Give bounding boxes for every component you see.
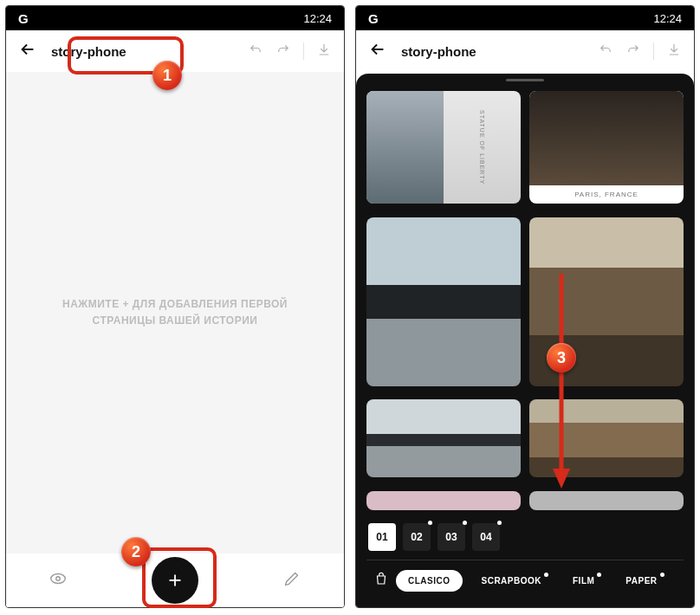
- annotation-badge-2: 2: [121, 537, 151, 566]
- template-grid[interactable]: STATUE OF LIBERTY PARIS, FRANCE: [366, 91, 684, 515]
- project-title[interactable]: story-phone: [51, 44, 234, 59]
- store-icon[interactable]: [373, 571, 389, 590]
- card-caption: PARIS, FRANCE: [529, 185, 684, 204]
- empty-hint: НАЖМИТЕ + ДЛЯ ДОБАВЛЕНИЯ ПЕРВОЙ СТРАНИЦЫ…: [62, 296, 288, 329]
- category-tab[interactable]: PAPER: [613, 570, 669, 592]
- category-tab[interactable]: JO: [677, 570, 684, 592]
- svg-point-0: [50, 574, 65, 584]
- annotation-arrow-3: [551, 274, 572, 494]
- category-tab[interactable]: SCRAPBOOK: [470, 570, 554, 592]
- download-button[interactable]: [316, 42, 332, 61]
- template-card[interactable]: STATUE OF LIBERTY: [366, 91, 521, 204]
- device-logo: G: [368, 11, 379, 26]
- undo-button[interactable]: [598, 42, 613, 61]
- back-button[interactable]: [18, 40, 37, 62]
- svg-marker-3: [553, 469, 570, 489]
- undo-button[interactable]: [248, 42, 263, 61]
- canvas-empty: НАЖМИТЕ + ДЛЯ ДОБАВЛЕНИЯ ПЕРВОЙ СТРАНИЦЫ…: [6, 72, 344, 554]
- category-tab[interactable]: FILM: [561, 570, 606, 592]
- status-bar: G 12:24: [356, 6, 694, 30]
- template-card[interactable]: PARIS, FRANCE: [529, 91, 684, 204]
- preview-button[interactable]: [49, 569, 68, 592]
- device-logo: G: [18, 11, 29, 26]
- status-bar: G 12:24: [6, 6, 344, 30]
- toolbar: story-phone: [356, 30, 694, 72]
- add-page-button[interactable]: [152, 557, 198, 604]
- edit-button[interactable]: [282, 569, 301, 592]
- svg-point-1: [55, 577, 60, 581]
- category-tab[interactable]: CLASICO: [396, 570, 463, 592]
- annotation-badge-3: 3: [547, 343, 576, 372]
- template-card[interactable]: [366, 217, 521, 386]
- page-tab[interactable]: 02: [403, 523, 431, 551]
- back-button[interactable]: [368, 40, 387, 62]
- page-selector: 01 02 03 04: [366, 515, 684, 560]
- project-title[interactable]: story-phone: [401, 44, 584, 59]
- page-tab[interactable]: 01: [368, 523, 396, 551]
- phone-right: G 12:24 story-phone STATUE OF LIBER: [355, 5, 695, 608]
- template-card[interactable]: [366, 491, 521, 510]
- drag-handle[interactable]: [506, 79, 544, 81]
- bottom-bar: [6, 554, 344, 607]
- page-tab[interactable]: 03: [438, 523, 465, 551]
- template-panel[interactable]: STATUE OF LIBERTY PARIS, FRANCE 01 02 03: [356, 74, 694, 607]
- phone-left: G 12:24 story-phone НАЖМИТЕ + ДЛЯ ДОБАВЛ…: [5, 5, 345, 608]
- clock: 12:24: [653, 12, 682, 25]
- page-tab[interactable]: 04: [472, 523, 500, 551]
- download-button[interactable]: [666, 42, 682, 61]
- card-caption: STATUE OF LIBERTY: [444, 91, 521, 204]
- category-bar[interactable]: CLASICO SCRAPBOOK FILM PAPER JO: [366, 560, 684, 600]
- clock: 12:24: [303, 12, 332, 25]
- redo-button[interactable]: [625, 42, 641, 61]
- annotation-badge-1: 1: [152, 61, 182, 90]
- template-card[interactable]: [366, 399, 521, 477]
- redo-button[interactable]: [275, 42, 291, 61]
